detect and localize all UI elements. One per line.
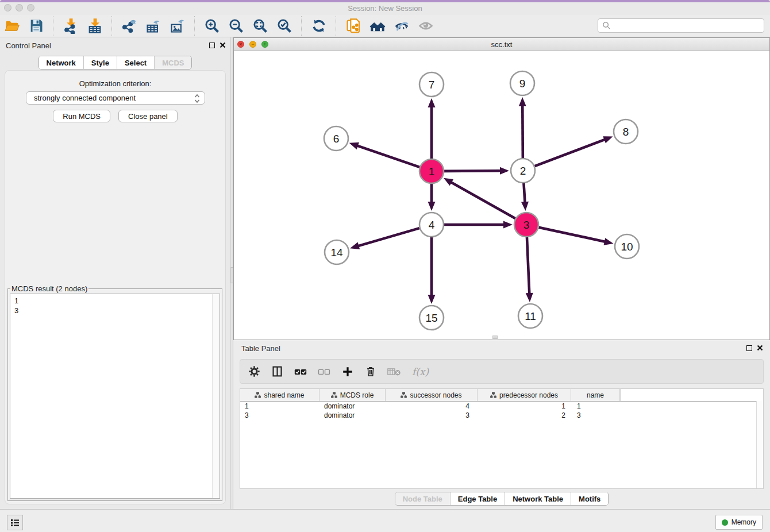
export-network-icon[interactable] [121,17,138,34]
search-box [598,18,764,33]
search-input[interactable] [611,21,764,30]
control-panel-title: Control Panel [6,41,51,50]
tab-motifs[interactable]: Motifs [571,492,608,505]
zoom-out-icon[interactable] [228,17,245,34]
float-table-panel-icon[interactable] [746,345,752,351]
settings-gear-icon[interactable] [248,365,260,377]
graph-node-label: 11 [525,310,536,322]
graph-node-10[interactable]: 10 [615,234,639,259]
graph-edge-2-3[interactable] [521,183,529,211]
first-neighbors-icon[interactable] [369,17,386,34]
column-header-predecessor-nodes[interactable]: predecessor nodes [478,389,571,401]
toolbar-separator [53,16,54,36]
column-header-shared-name[interactable]: shared name [240,389,319,401]
close-panel-icon[interactable] [220,42,226,48]
graph-edge-3-10[interactable] [538,228,613,245]
optimization-criterion-select[interactable]: strongly connected component [26,91,205,105]
toolbar-separator [301,16,302,36]
table-cell: 2 [478,411,571,419]
delete-columns-icon[interactable] [365,365,376,377]
close-panel-button[interactable]: Close panel [118,110,178,122]
tab-network-table[interactable]: Network Table [505,492,571,505]
column-header-MCDS-role[interactable]: MCDS role [319,389,386,401]
sort-icon [255,392,261,398]
tab-mcds[interactable]: MCDS [154,56,191,69]
graph-node-11[interactable]: 11 [518,304,542,328]
export-table-icon[interactable] [145,17,162,34]
table-panel: Table Panel [233,340,770,509]
mcds-result-scrollbar[interactable] [212,294,220,498]
table-row[interactable]: 3dominator323 [240,411,763,420]
hide-selected-icon[interactable] [393,17,410,34]
mcds-result-text: 1 3 [10,294,212,498]
graph-edge-1-7[interactable] [428,98,436,159]
close-table-panel-icon[interactable] [757,345,763,351]
graph-edge-4-15[interactable] [428,237,436,304]
tab-style[interactable]: Style [83,56,117,69]
network-canvas-svg: 7968124314101511 [234,51,769,340]
import-network-icon[interactable] [62,17,79,34]
zoom-selected-icon[interactable] [276,17,293,34]
toolbar-separator [194,16,195,36]
export-image-icon[interactable] [169,17,186,34]
tab-edge-table[interactable]: Edge Table [450,492,505,505]
graph-node-4[interactable]: 4 [419,213,444,237]
table-cell: 1 [240,402,319,410]
graph-node-1[interactable]: 1 [419,159,444,183]
graph-node-label: 6 [333,133,340,145]
column-header-filler [620,389,763,401]
open-session-icon[interactable] [3,17,21,34]
control-panel-header: Control Panel [0,37,230,55]
graph-edge-2-8[interactable] [535,136,613,166]
graph-node-6[interactable]: 6 [324,126,348,151]
column-header-successor-nodes[interactable]: successor nodes [386,389,478,401]
graph-node-7[interactable]: 7 [419,72,444,97]
table-row[interactable]: 1dominator411 [240,402,763,411]
graph-node-label: 2 [520,165,526,177]
run-mcds-button[interactable]: Run MCDS [53,110,110,122]
graph-edge-1-2[interactable] [444,167,509,175]
network-window-title: scc.txt [234,40,769,49]
tab-select[interactable]: Select [117,56,154,69]
graph-node-2[interactable]: 2 [511,159,535,183]
toggle-column-view-icon[interactable] [271,365,283,377]
graph-node-label: 4 [429,219,435,231]
zoom-in-icon[interactable] [203,17,221,34]
graph-edge-2-9[interactable] [519,97,526,158]
graph-node-3[interactable]: 3 [514,213,538,237]
network-window-resize-grip[interactable] [492,336,498,339]
clone-network-icon[interactable] [345,17,362,34]
graph-edge-3-11[interactable] [526,237,533,302]
graph-node-label: 7 [429,79,435,91]
save-session-icon[interactable] [28,17,45,34]
select-all-rows-icon[interactable] [294,367,307,377]
graph-edge-4-3[interactable] [444,221,513,229]
task-history-button[interactable] [7,515,23,530]
graph-node-label: 8 [623,126,629,138]
refresh-layout-icon[interactable] [310,17,328,34]
graph-node-9[interactable]: 9 [510,71,534,95]
column-header-name[interactable]: name [571,389,620,401]
control-panel: Control Panel NetworkStyleSelectMCDS Opt… [0,37,230,509]
import-table-icon[interactable] [86,17,103,34]
toolbar-separator [111,16,113,36]
mcds-result-box: 1 3 [10,294,220,499]
graph-node-15[interactable]: 15 [419,306,444,330]
graph-node-8[interactable]: 8 [614,119,638,144]
graph-edge-3-1[interactable] [444,178,515,218]
graph-edge-4-14[interactable] [350,228,419,249]
zoom-fit-icon[interactable] [252,17,269,34]
deselect-all-rows-icon[interactable] [318,367,330,377]
table-cell: 1 [571,402,620,410]
table-scrollbar[interactable] [756,401,763,488]
add-column-icon[interactable] [341,365,354,378]
graph-node-14[interactable]: 14 [325,240,349,264]
graph-node-label: 3 [523,219,530,231]
tab-network[interactable]: Network [39,56,83,69]
tab-node-table[interactable]: Node Table [395,492,450,505]
graph-edge-1-6[interactable] [349,142,419,167]
float-panel-icon[interactable] [209,43,215,48]
network-canvas[interactable]: 7968124314101511 [234,51,769,340]
graph-edge-1-4[interactable] [428,184,436,211]
memory-button[interactable]: Memory [715,515,763,530]
